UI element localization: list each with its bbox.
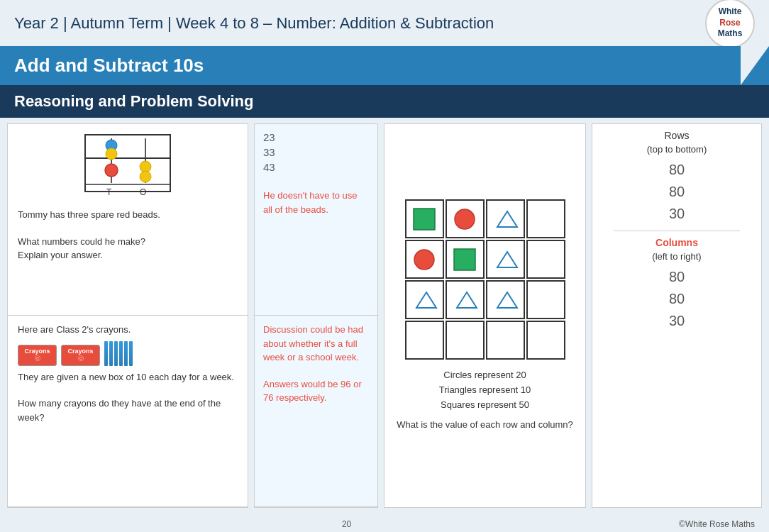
problem2-cell: Here are Class 2's crayons. Crayons ⓪ Cr…: [8, 316, 248, 507]
blue-banner: Add and Subtract 10s: [0, 46, 769, 85]
answer2-answers: Answers would be 96 or 76 respectively.: [263, 377, 369, 405]
legend-circles: Circles represent 20: [443, 370, 526, 380]
crayon-box-2: Crayons ⓪: [61, 345, 100, 366]
cell-r2c3: [486, 240, 525, 279]
lesson-title: Add and Subtract 10s: [14, 55, 755, 77]
week-label: Week 4 to 8 – Number: Addition & Subtrac…: [176, 14, 494, 32]
svg-point-9: [105, 164, 118, 177]
logo-maths: Maths: [718, 28, 743, 40]
page-number: 20: [342, 519, 351, 529]
pencil-5: [124, 341, 128, 366]
problem2-text3: How many crayons do they have at the end…: [18, 397, 238, 424]
pencil-2: [109, 341, 113, 366]
sep1: |: [63, 14, 71, 32]
legend-squares: Squares represent 50: [441, 399, 529, 410]
cell-r3c2: [446, 280, 485, 319]
cell-r3c3: [486, 280, 525, 319]
svg-rect-12: [414, 209, 435, 230]
pencil-3: [114, 341, 118, 366]
cell-r4c1: [405, 321, 444, 360]
rows-header: Rows: [664, 130, 689, 141]
problem1-text2: What numbers could he make?: [18, 235, 238, 249]
shape-grid: [405, 199, 565, 360]
rows-sub: (top to bottom): [647, 144, 707, 155]
pencil-6: [129, 341, 133, 366]
logo-rose: Rose: [719, 18, 740, 29]
sep2: |: [167, 14, 176, 32]
grid-question: What is the value of each row and column…: [397, 418, 573, 432]
svg-text:O: O: [140, 187, 146, 197]
cell-r4c3: [486, 321, 525, 360]
cell-r2c2: [446, 240, 485, 279]
problem1-text1: Tommy has three spare red beads.: [18, 208, 238, 222]
cell-r2c1: [405, 240, 444, 279]
header-title: Year 2 | Autumn Term | Week 4 to 8 – Num…: [14, 14, 494, 33]
cell-r3c4: [526, 280, 565, 319]
svg-point-11: [140, 171, 151, 182]
footer: 20 ©White Rose Maths: [0, 514, 769, 532]
svg-rect-0: [85, 135, 170, 192]
answer1-n1: 23: [263, 131, 369, 143]
svg-rect-17: [454, 249, 475, 270]
cell-r2c4: [526, 240, 565, 279]
problem1-text3: Explain your answer.: [18, 248, 238, 262]
col3-value: 30: [669, 313, 685, 329]
svg-marker-14: [497, 211, 517, 227]
problem1-cell: T O Tommy has: [8, 124, 248, 316]
crayons-row: Crayons ⓪ Crayons ⓪: [18, 341, 238, 366]
main-content: T O Tommy has: [0, 118, 769, 514]
svg-point-13: [455, 209, 475, 229]
answer-section: 23 33 43 He doesn't have to use all of t…: [254, 123, 378, 508]
cell-r1c1: [405, 199, 444, 238]
svg-text:T: T: [106, 187, 112, 197]
svg-marker-19: [416, 292, 436, 308]
columns-sub: (left to right): [652, 251, 701, 262]
copyright: ©White Rose Maths: [679, 519, 755, 529]
row1-value: 80: [669, 162, 685, 178]
cell-r3c1: [405, 280, 444, 319]
grid-section: Circles represent 20 Triangles represent…: [384, 123, 586, 508]
cell-r1c4: [526, 199, 565, 238]
page-header: Year 2 | Autumn Term | Week 4 to 8 – Num…: [0, 0, 769, 46]
abacus-container: T O: [18, 131, 238, 202]
pencils-group: [104, 341, 133, 366]
pencil-4: [119, 341, 123, 366]
crayon-box-1: Crayons ⓪: [18, 345, 57, 366]
divider: [614, 231, 740, 231]
row3-value: 30: [669, 206, 685, 222]
cell-r1c3: [486, 199, 525, 238]
year-label: Year 2: [14, 14, 59, 32]
svg-marker-18: [497, 252, 517, 267]
pencil-1: [104, 341, 108, 366]
answer1-n3: 43: [263, 161, 369, 173]
answer2-discussion: Discussion could be had about whether it…: [263, 323, 369, 365]
answer2-cell: Discussion could be had about whether it…: [255, 316, 377, 507]
answer1-note: He doesn't have to use all of the beads.: [263, 189, 369, 216]
term-label: Autumn Term: [71, 14, 163, 32]
svg-marker-20: [457, 292, 477, 308]
right-section: Circles represent 20 Triangles represent…: [384, 123, 762, 508]
svg-point-8: [106, 148, 117, 160]
cell-r4c2: [446, 321, 485, 360]
shape-legend: Circles represent 20 Triangles represent…: [439, 368, 531, 412]
answer1-cell: 23 33 43 He doesn't have to use all of t…: [255, 124, 377, 316]
logo-white: White: [719, 6, 742, 18]
answer1-n2: 33: [263, 146, 369, 158]
left-section: T O Tommy has: [7, 123, 248, 508]
col2-value: 80: [669, 291, 685, 307]
problem2-text1: Here are Class 2's crayons.: [18, 323, 238, 337]
cell-r1c2: [446, 199, 485, 238]
abacus-diagram: T O: [82, 131, 174, 202]
legend-triangles: Triangles represent 10: [439, 384, 531, 395]
columns-header: Columns: [655, 237, 698, 248]
cell-r4c4: [526, 321, 565, 360]
svg-point-16: [414, 250, 434, 270]
svg-marker-21: [497, 292, 517, 308]
logo: White Rose Maths: [705, 0, 755, 48]
values-section: Rows (top to bottom) 80 80 30 Columns (l…: [592, 123, 762, 508]
problem2-text2: They are given a new box of 10 each day …: [18, 370, 238, 384]
section-title: Reasoning and Problem Solving: [14, 92, 755, 111]
col1-value: 80: [669, 269, 685, 285]
dark-banner: Reasoning and Problem Solving: [0, 85, 769, 118]
row2-value: 80: [669, 184, 685, 200]
